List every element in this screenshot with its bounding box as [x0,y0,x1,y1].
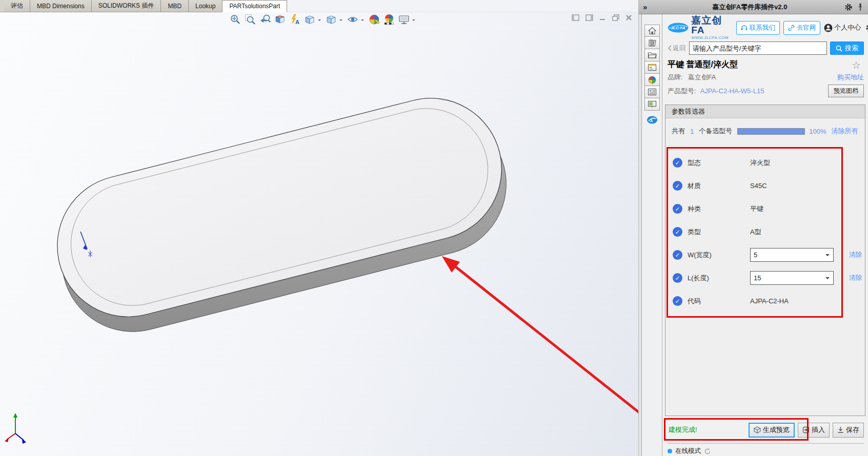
jlcfa-logo[interactable]: JLC·FA 嘉立创FA WWW.JLCFA.COM [668,15,731,40]
graphics-viewport[interactable]: A [0,12,638,456]
row-value: S45C [750,182,767,190]
svg-text:JLC·FA: JLC·FA [671,26,685,30]
collapse-pane-icon[interactable]: » [643,3,655,11]
filter-summary: 共有 1 个备选型号 100% 清除所有 [672,127,861,136]
model-number-link[interactable]: AJPA-C2-HA-W5-L15 [700,87,764,95]
official-site-button[interactable]: 去官网 [783,21,821,35]
file-explorer-icon[interactable] [644,49,660,61]
row-label: 类型 [688,227,750,237]
brand-label: 品牌: [668,73,683,81]
preview-drawing-button[interactable]: 预览图档 [828,85,864,97]
screen-preview-icon[interactable] [644,98,660,111]
checkmark-icon[interactable] [673,158,682,168]
search-row: 返回 搜索 [668,42,864,55]
view-settings-dropdown[interactable] [412,19,415,23]
pin-icon[interactable] [857,3,864,11]
logo-website: WWW.JLCFA.COM [691,36,731,40]
settings-button[interactable]: 设置 [865,23,868,32]
minimize-icon[interactable] [599,14,606,21]
filter-rows: 型态 淬火型 材质 S45C 种类 平键 [665,148,865,316]
clear-all-link[interactable]: 清除所有 [831,127,858,136]
logo-cn-text: 嘉立创FA [691,15,731,35]
buy-address-link[interactable]: 购买地址 [837,73,864,82]
refresh-icon[interactable] [704,448,711,454]
view-orientation-dropdown[interactable] [318,19,321,23]
main-area: 评估 MBD Dimensions SOLIDWORKS 插件 MBD Look… [0,0,638,456]
tabbar-stub [0,0,4,12]
generate-preview-button[interactable]: 生成预览 [749,423,795,438]
red-annotation-arrow [442,256,638,413]
home-icon[interactable] [644,25,660,37]
search-button[interactable]: 搜索 [830,42,864,55]
pane-left-icon[interactable] [572,14,579,21]
checkmark-icon[interactable] [673,296,682,306]
zoom-to-fit-icon[interactable] [229,13,242,26]
close-icon[interactable] [625,14,632,21]
drawing-previews-icon[interactable] [644,86,660,98]
user-icon [824,24,833,32]
checkmark-icon[interactable] [673,273,682,283]
search-input[interactable] [689,42,827,55]
back-button[interactable]: 返回 [668,44,686,53]
chevron-down-icon [825,277,830,281]
product-title: 平键 普通型/淬火型 [668,59,738,70]
checkmark-icon[interactable] [673,227,682,237]
insert-button[interactable]: 插入 [798,423,830,438]
save-button[interactable]: 保存 [833,423,864,438]
checkmark-icon[interactable] [673,250,682,260]
headset-icon [741,25,748,31]
custom-properties-icon[interactable] [644,61,660,74]
favorite-star-icon[interactable] [852,60,861,70]
insert-icon [802,426,810,433]
width-select[interactable]: 5 [750,248,834,262]
row-label: 代码 [688,297,750,306]
chevron-down-icon [825,254,830,258]
model-count: 1 [690,128,694,135]
display-style-icon[interactable] [325,13,338,26]
partsolutions-logo-icon[interactable]: JL [644,114,660,126]
pane-settings-gear-icon[interactable] [844,3,853,11]
filter-row-width: W(宽度) 5 清除 [665,243,865,266]
previous-view-icon[interactable] [258,13,272,26]
edit-appearance-icon[interactable] [368,13,381,26]
view-settings-icon[interactable] [397,13,411,26]
clear-width-link[interactable]: 清除 [849,251,862,259]
row-label: 材质 [688,181,750,191]
progress-percent-label: 100% [809,128,826,135]
checkmark-icon[interactable] [673,181,682,191]
tab-mbd-dimensions[interactable]: MBD Dimensions [30,0,92,12]
display-style-dropdown[interactable] [339,19,342,23]
restore-icon[interactable] [612,14,619,21]
jlcfa-logo-oval-icon: JLC·FA [668,22,689,34]
design-library-icon[interactable] [644,37,660,49]
length-select[interactable]: 15 [750,271,834,285]
personal-center-button[interactable]: 个人中心 [824,23,861,32]
contact-us-button[interactable]: 联系我们 [736,21,780,35]
tab-mbd[interactable]: MBD [161,0,189,12]
download-icon [837,426,844,433]
hide-show-items-icon[interactable] [346,13,359,26]
annotation-visibility-icon[interactable]: A [288,13,301,26]
view-orientation-icon[interactable] [303,13,316,26]
checkmark-icon[interactable] [673,204,682,214]
clear-length-link[interactable]: 清除 [849,274,862,282]
summary-suffix: 个备选型号 [699,127,732,136]
row-value: 平键 [750,204,763,214]
appearances-icon[interactable] [644,74,660,86]
command-manager-tabs: 评估 MBD Dimensions SOLIDWORKS 插件 MBD Look… [0,0,638,12]
tab-evaluate[interactable]: 评估 [4,0,30,12]
tab-partsolutionspart[interactable]: PARTsolutionsPart [223,0,287,12]
filter-row-length: L(长度) 15 清除 [665,266,865,289]
tab-lookup[interactable]: Lookup [189,0,223,12]
tab-solidworks-addins[interactable]: SOLIDWORKS 插件 [92,0,162,12]
filter-row-leixing: 类型 A型 [665,220,865,243]
action-bar: 建模完成! 生成预览 插入 保存 [668,419,864,441]
zoom-to-area-icon[interactable] [244,13,257,26]
hide-show-items-dropdown[interactable] [361,19,364,23]
pane-right-icon[interactable] [586,14,593,21]
plugin-title: 嘉立创FA零件库插件v2.0 [655,3,844,12]
brand-value: 嘉立创FA [688,73,716,81]
section-view-icon[interactable] [273,13,287,26]
apply-scene-icon[interactable] [382,13,396,26]
online-status-dot [668,449,672,453]
